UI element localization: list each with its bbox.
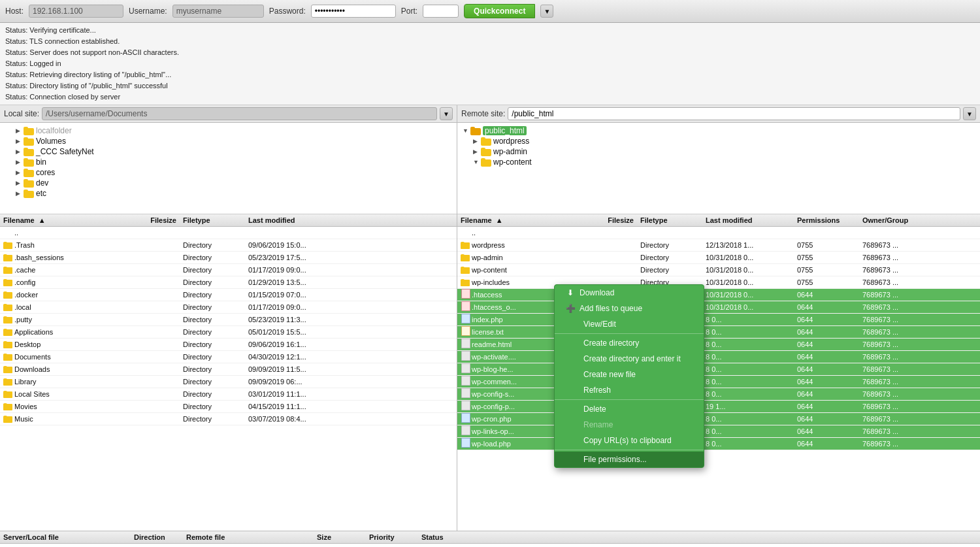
context-menu-item[interactable]: Create new file: [555, 367, 704, 382]
context-menu-item[interactable]: Create directory and enter it: [555, 351, 704, 367]
tree-expand-arrow[interactable]: ▼: [463, 127, 470, 134]
remote-col-owner[interactable]: Owner/Group: [859, 214, 980, 226]
local-file-row[interactable]: .cacheDirectory01/17/2019 09:0...: [0, 264, 457, 276]
local-site-dropdown[interactable]: ▼: [440, 107, 453, 120]
port-input[interactable]: [423, 5, 459, 18]
remote-file-row[interactable]: wp-blog-he...8 0...06447689673 ...: [457, 363, 980, 376]
file-icon: [461, 428, 470, 435]
local-col-modified[interactable]: Last modified: [245, 214, 336, 226]
host-input[interactable]: [29, 5, 123, 18]
context-menu-item[interactable]: Refresh: [555, 382, 704, 398]
context-menu-item-label: Add files to queue: [580, 304, 642, 313]
context-menu-item[interactable]: Copy URL(s) to clipboard: [555, 433, 704, 448]
remote-file-row[interactable]: wp-links-op...8 0...06447689673 ...: [457, 425, 980, 438]
remote-col-modified[interactable]: Last modified: [702, 214, 794, 226]
remote-file-row[interactable]: .htaccess_o...168File10/31/2018 0...0644…: [457, 301, 980, 314]
local-file-row[interactable]: Local SitesDirectory03/01/2019 11:1...: [0, 388, 457, 401]
tree-expand-arrow[interactable]: ▶: [16, 190, 24, 197]
tree-expand-arrow[interactable]: ▶: [473, 148, 481, 155]
local-file-row[interactable]: .configDirectory01/29/2019 13:5...: [0, 276, 457, 289]
remote-file-row[interactable]: ..: [457, 227, 980, 239]
remote-file-row[interactable]: index.php8 0...06447689673 ...: [457, 314, 980, 326]
remote-tree[interactable]: ▼public_html▶wordpress▶wp-admin▼wp-conte…: [457, 123, 980, 214]
file-size-cell: [131, 380, 180, 384]
local-col-filename[interactable]: Filename ▲: [0, 214, 131, 226]
remote-file-row[interactable]: wordpressDirectory12/13/2018 1...0755768…: [457, 239, 980, 252]
tree-expand-arrow[interactable]: ▶: [16, 148, 24, 155]
remote-col-filetype[interactable]: Filetype: [637, 214, 702, 226]
local-tree-item[interactable]: ▶Volumes: [0, 136, 457, 146]
file-size-cell: [131, 268, 180, 272]
remote-file-row[interactable]: wp-contentDirectory10/31/2018 0...075576…: [457, 264, 980, 276]
username-input[interactable]: [172, 5, 264, 18]
context-menu-item-icon: ⬇: [565, 288, 576, 297]
remote-file-row[interactable]: wp-config-p...19 1...06447689673 ...: [457, 401, 980, 413]
local-tree-item[interactable]: ▶cores: [0, 167, 457, 178]
context-menu-item[interactable]: File permissions...: [555, 452, 704, 467]
tree-expand-arrow[interactable]: ▼: [473, 159, 481, 165]
local-tree-item[interactable]: ▶bin: [0, 157, 457, 167]
local-file-row[interactable]: DesktopDirectory09/06/2019 16:1...: [0, 339, 457, 351]
local-tree-item[interactable]: ▶_CCC SafetyNet: [0, 146, 457, 157]
remote-file-row[interactable]: wp-config-s...8 0...06447689673 ...: [457, 388, 980, 401]
local-col-filetype[interactable]: Filetype: [180, 214, 245, 226]
context-menu-item[interactable]: Delete: [555, 401, 704, 417]
local-tree-item[interactable]: ▶etc: [0, 188, 457, 199]
file-size-cell: [131, 280, 180, 284]
remote-file-row[interactable]: wp-load.php8 0...06447689673 ...: [457, 438, 980, 450]
file-modified-cell: 10/31/2018 0...: [702, 276, 794, 288]
tree-expand-arrow[interactable]: ▶: [16, 169, 24, 176]
remote-tree-item[interactable]: ▶wordpress: [457, 136, 980, 146]
remote-file-row[interactable]: wp-cron.php8 0...06447689673 ...: [457, 413, 980, 425]
queue-header: Server/Local file Direction Remote file …: [0, 531, 980, 544]
tree-expand-arrow[interactable]: ▶: [16, 159, 24, 165]
quickconnect-dropdown[interactable]: ▼: [540, 5, 553, 18]
local-file-row[interactable]: .bash_sessionsDirectory05/23/2019 17:5..…: [0, 252, 457, 264]
remote-file-row[interactable]: wp-commen...8 0...06447689673 ...: [457, 376, 980, 388]
remote-file-row[interactable]: readme.html8 0...06447689673 ...: [457, 339, 980, 351]
password-input[interactable]: [311, 5, 396, 18]
remote-col-permissions[interactable]: Permissions: [794, 214, 859, 226]
remote-site-dropdown[interactable]: ▼: [963, 107, 976, 120]
local-file-list[interactable]: ...TrashDirectory09/06/2019 15:0....bash…: [0, 227, 457, 531]
remote-file-row[interactable]: license.txt8 0...06447689673 ...: [457, 326, 980, 339]
remote-file-list[interactable]: ..wordpressDirectory12/13/2018 1...07557…: [457, 227, 980, 531]
file-size-cell: [588, 256, 637, 259]
local-site-path[interactable]: [42, 107, 437, 120]
local-file-row[interactable]: ApplicationsDirectory05/01/2019 15:5...: [0, 326, 457, 339]
remote-tree-item[interactable]: ▼public_html: [457, 125, 980, 136]
file-name-cell: Applications: [0, 326, 131, 338]
context-menu-item[interactable]: ➕Add files to queue: [555, 301, 704, 316]
local-file-row[interactable]: MoviesDirectory04/15/2019 11:1...: [0, 401, 457, 413]
remote-tree-item[interactable]: ▶wp-admin: [457, 146, 980, 157]
remote-file-row[interactable]: .htaccess1,215File10/31/2018 0...0644768…: [457, 289, 980, 301]
remote-tree-item[interactable]: ▼wp-content: [457, 157, 980, 167]
local-file-row[interactable]: .puttyDirectory05/23/2019 11:3...: [0, 314, 457, 326]
local-file-row[interactable]: .dockerDirectory01/15/2019 07:0...: [0, 289, 457, 301]
remote-col-filename[interactable]: Filename ▲: [457, 214, 588, 226]
local-tree-item[interactable]: ▶dev: [0, 178, 457, 188]
local-tree-item[interactable]: ▶localfolder: [0, 125, 457, 136]
tree-expand-arrow[interactable]: ▶: [473, 138, 481, 144]
local-file-row[interactable]: DocumentsDirectory04/30/2019 12:1...: [0, 351, 457, 363]
remote-col-filesize[interactable]: Filesize: [588, 214, 637, 226]
remote-file-row[interactable]: wp-adminDirectory10/31/2018 0...07557689…: [457, 252, 980, 264]
remote-site-path[interactable]: [508, 107, 960, 120]
local-file-row[interactable]: ..: [0, 227, 457, 239]
local-file-row[interactable]: LibraryDirectory09/09/2019 06:...: [0, 376, 457, 388]
remote-file-row[interactable]: wp-includesDirectory10/31/2018 0...07557…: [457, 276, 980, 289]
tree-expand-arrow[interactable]: ▶: [16, 138, 24, 144]
quickconnect-button[interactable]: Quickconnect: [464, 4, 535, 18]
context-menu-item[interactable]: ⬇Download: [555, 285, 704, 301]
local-file-row[interactable]: MusicDirectory03/07/2019 08:4...: [0, 413, 457, 425]
remote-file-row[interactable]: wp-activate....8 0...06447689673 ...: [457, 351, 980, 363]
context-menu-item[interactable]: View/Edit: [555, 316, 704, 332]
local-file-row[interactable]: .TrashDirectory09/06/2019 15:0...: [0, 239, 457, 252]
local-file-row[interactable]: DownloadsDirectory09/09/2019 11:5...: [0, 363, 457, 376]
local-tree[interactable]: ▶localfolder▶Volumes▶_CCC SafetyNet▶bin▶…: [0, 123, 457, 214]
local-col-filesize[interactable]: Filesize: [131, 214, 180, 226]
local-file-row[interactable]: .localDirectory01/17/2019 09:0...: [0, 301, 457, 314]
tree-expand-arrow[interactable]: ▶: [16, 180, 24, 186]
context-menu-item[interactable]: Create directory: [555, 335, 704, 351]
tree-expand-arrow[interactable]: ▶: [16, 127, 24, 134]
